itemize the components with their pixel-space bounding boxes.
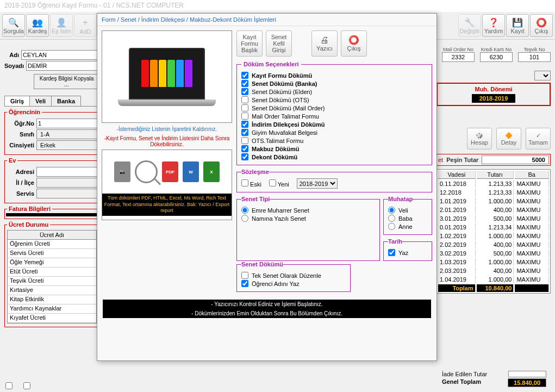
- tek-senet-label: Tek Senet Olarak Düzenle: [252, 272, 321, 279]
- ucret-item[interactable]: Öğrenim Ücreti: [8, 240, 96, 249]
- table-row[interactable]: 1.02.20191.000,00MAXIMU: [438, 232, 549, 240]
- muhatap-anne-radio[interactable]: [388, 223, 395, 230]
- modal-cikis-button[interactable]: ⭕Çıkış: [341, 30, 367, 57]
- pesin-row: et Peşin Tutar 5000: [436, 154, 551, 166]
- dokum-label: Mail Order Talimat Formu: [252, 113, 319, 120]
- unknown-select[interactable]: [534, 71, 551, 80]
- tarih-legend: Tarih: [388, 238, 402, 245]
- dokum-check[interactable]: [241, 96, 248, 103]
- ililce-label: İl / İlçe: [7, 179, 34, 186]
- bottom-summary: İade Edilen Tutar Genel Toplam15.840,00: [440, 370, 548, 388]
- ucret-item[interactable]: Kıyafet Ücreti: [8, 314, 96, 323]
- muhdonemi-label: Muh. Dönemi: [440, 86, 547, 92]
- soyadi-label: Soyadı: [4, 63, 24, 69]
- col-vadesi[interactable]: Vadesi: [438, 171, 476, 179]
- muhatap-veli-radio[interactable]: [388, 207, 395, 214]
- table-row[interactable]: 2.02.2019400,00MAXIMU: [438, 241, 549, 248]
- siblings-icon: 👥: [32, 17, 43, 28]
- senet-tipi-emre-radio[interactable]: [241, 207, 248, 214]
- col-banka[interactable]: Ba: [515, 171, 549, 179]
- es-isim-button[interactable]: 👤Eş İsim: [50, 14, 73, 37]
- dokum-label: Senet Dökümü (Mail Order): [252, 105, 325, 111]
- soyadi-input[interactable]: [26, 61, 104, 71]
- senet-kefil-girisi-button[interactable]: SenetKefilGirişi: [266, 30, 292, 57]
- ucret-item[interactable]: Öğle Yemeği: [8, 258, 96, 267]
- sozlesme-group: Sözleşme Eski Yeni 2018-2019: [236, 169, 432, 192]
- sorgula-button[interactable]: 🔍Sorgula: [2, 14, 25, 37]
- dokum-check[interactable]: [241, 88, 248, 95]
- table-row[interactable]: 1.03.20191.000,00MAXIMU: [438, 258, 549, 266]
- table-row[interactable]: 3.01.2019500,00MAXIMU: [438, 215, 549, 222]
- tesvik-input[interactable]: [518, 52, 551, 62]
- dokum-check[interactable]: [241, 113, 248, 120]
- muhatap-legend: Muhatap: [388, 196, 413, 202]
- dokum-check[interactable]: [241, 80, 248, 87]
- tarih-group: Tarih Yaz: [383, 238, 432, 261]
- ucret-item[interactable]: Etüt Ücreti: [8, 267, 96, 277]
- magnifier-icon: [135, 160, 158, 183]
- table-row[interactable]: 2.03.2019400,00MAXIMU: [438, 267, 549, 275]
- tesvik-label: Teşvik No: [523, 47, 545, 52]
- ucret-item[interactable]: Kırtasiye: [8, 286, 96, 295]
- dokum-check[interactable]: [241, 153, 248, 160]
- dokum-check[interactable]: [241, 104, 248, 111]
- kardes-kopyala-button[interactable]: Kardeş Bilgisi Kopyala ...: [34, 74, 99, 89]
- ev-legend: Ev: [7, 157, 17, 164]
- table-row[interactable]: 1.04.20191.000,00MAXIMU: [438, 276, 549, 283]
- dokum-check[interactable]: [241, 137, 248, 144]
- muhatap-group: Muhatap Veli Baba Anne: [383, 196, 432, 235]
- ucret-group: Ücret Durumu Ücret Adı Öğrenim ÜcretiSer…: [4, 221, 99, 327]
- kayit-formu-baslik-button[interactable]: KayıtFormuBaşlık: [236, 30, 263, 57]
- kayit-button[interactable]: 💾Kayıt: [506, 14, 529, 37]
- dokum-check[interactable]: [241, 121, 248, 128]
- table-row[interactable]: 12.20181.213,33MAXIMU: [438, 189, 549, 196]
- table-row[interactable]: 1.01.20191.000,00MAXIMU: [438, 197, 549, 205]
- hesap-button[interactable]: 🎲Hesap: [467, 128, 492, 150]
- bottom-check-2[interactable]: [23, 382, 30, 389]
- muhatap-baba-radio[interactable]: [388, 215, 395, 222]
- dialog-title: Form / Senet / İndirim Dilekçesi / Makbu…: [97, 14, 436, 26]
- ucret-item[interactable]: Kitap Etkinlik: [8, 295, 96, 304]
- dokum-check[interactable]: [241, 145, 248, 152]
- yazici-button[interactable]: 🖨Yazıcı: [311, 30, 338, 57]
- col-tutari[interactable]: Tutarı: [477, 171, 514, 179]
- kredi-input[interactable]: [480, 52, 513, 62]
- add-button[interactable]: ＋AdD: [74, 14, 97, 37]
- dokum-label: Kayıt Formu Dökümü: [252, 72, 312, 79]
- cikis-button[interactable]: ⭕Çıkış: [530, 14, 553, 37]
- genel-label: Genel Toplam: [442, 378, 481, 387]
- yeni-check[interactable]: [269, 179, 276, 186]
- tab-veli[interactable]: Veli: [29, 96, 52, 106]
- table-row[interactable]: 2.01.2019400,00MAXIMU: [438, 206, 549, 214]
- yardim-button[interactable]: ❓Yardım: [482, 14, 505, 37]
- degistir-button[interactable]: 🔧Değiştir: [458, 14, 481, 37]
- wrench-icon: 🔧: [464, 17, 475, 28]
- mailorder-input[interactable]: [442, 52, 475, 62]
- eski-check[interactable]: [241, 179, 248, 186]
- ogrno-label: Öğr.No: [7, 120, 34, 127]
- tab-giris[interactable]: Giriş: [4, 96, 30, 106]
- tamam-button[interactable]: ✓Tamam: [526, 128, 551, 150]
- ucret-item[interactable]: Servis Ücreti: [8, 249, 96, 258]
- tek-senet-check[interactable]: [241, 272, 248, 279]
- dokum-check[interactable]: [241, 129, 248, 136]
- table-row[interactable]: 0.01.20191.213,34MAXIMU: [438, 223, 549, 231]
- tabs: Giriş Veli Banka: [4, 96, 99, 107]
- muhatap-anne-label: Anne: [398, 223, 413, 230]
- senet-tipi-namina-radio[interactable]: [241, 215, 248, 222]
- bottom-check-1[interactable]: [5, 382, 13, 389]
- adi-input[interactable]: [21, 50, 99, 60]
- tab-banka[interactable]: Banka: [51, 96, 81, 106]
- kardes-button[interactable]: 👥Kardeş: [26, 14, 49, 37]
- yaz-check[interactable]: [388, 249, 395, 256]
- table-row[interactable]: 3.02.2019500,00MAXIMU: [438, 250, 549, 257]
- table-row[interactable]: 0.11.20181.213,33MAXIMU: [438, 180, 549, 188]
- donem-select[interactable]: 2018-2019: [297, 178, 338, 189]
- dokum-check[interactable]: [241, 72, 248, 79]
- ucret-item[interactable]: Teşvik Ücreti: [8, 277, 96, 286]
- ucret-item[interactable]: Yardımcı Kaynaklar: [8, 304, 96, 314]
- ogrenci-adini-check[interactable]: [241, 280, 248, 287]
- formats-caption: Tüm dökümleri PDF, HTML, Excel, Ms Word,…: [102, 194, 232, 216]
- detay-button[interactable]: 🔶Detay: [496, 128, 521, 150]
- iade-value: [508, 371, 546, 377]
